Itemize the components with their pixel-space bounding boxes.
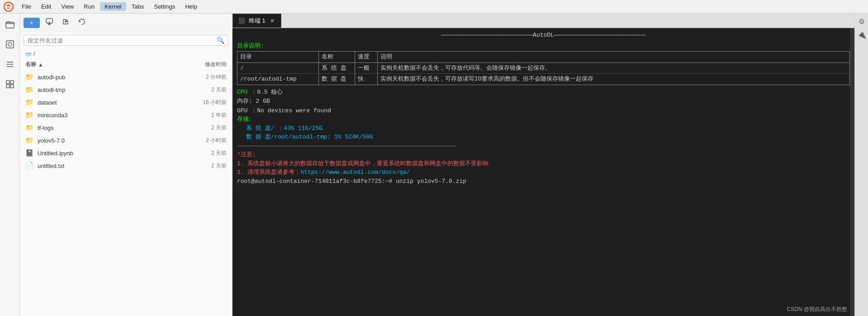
sidebar-icon-upload[interactable] [3, 37, 17, 52]
svg-rect-1 [6, 22, 14, 28]
left-sidebar [0, 14, 20, 316]
directory-table: 目录 名称 速度 说明 / 系 统 盘 一般 实例关机数据不会丢失，可存放代码等… [237, 51, 850, 85]
file-toolbar: + [20, 14, 232, 32]
upload-button[interactable] [43, 16, 56, 29]
folder-icon: 📁 [25, 73, 34, 81]
menu-settings[interactable]: Settings [149, 2, 180, 11]
table-row: /root/autodl-tmp 数 据 盘 快 实例关机数据不会丢失，可存放读… [237, 74, 849, 85]
file-name: Untitled.ipynb [38, 150, 181, 157]
cell-desc-2: 实例关机数据不会丢失，可存放读写IO要求高的数据。但不会随保存镜像一起保存 [378, 74, 849, 85]
list-item[interactable]: 📄 untitled.txt 2 天前 [20, 159, 232, 172]
list-item[interactable]: 📁 miniconda3 2 年前 [20, 109, 232, 121]
list-item[interactable]: 📁 yolov5-7.0 2 小时前 [20, 134, 232, 147]
file-modified: 16 小时前 [181, 99, 227, 106]
svg-rect-9 [6, 85, 9, 88]
cell-speed-2: 快 [355, 74, 378, 85]
list-item[interactable]: 📁 dataset 16 小时前 [20, 96, 232, 109]
sort-icon: ▲ [38, 62, 43, 68]
terminal-scrollbar[interactable] [850, 28, 854, 316]
file-name: yolov5-7.0 [38, 137, 181, 144]
tab-close-button[interactable]: ✕ [269, 18, 275, 24]
text-icon: 📄 [25, 162, 34, 170]
svg-rect-2 [6, 41, 14, 48]
search-bar: 🔍 [24, 35, 228, 46]
menu-kernel[interactable]: Kernel [100, 2, 126, 11]
refresh-button[interactable] [75, 16, 89, 29]
folder-icon [25, 51, 32, 57]
svg-rect-14 [26, 53, 31, 56]
folder-icon: 📁 [25, 124, 34, 132]
warning-link[interactable]: https://www.autodl.com/docs/qa/ [300, 169, 410, 176]
cell-dir-1: / [237, 63, 319, 74]
menu-tabs[interactable]: Tabs [127, 2, 148, 11]
main-layout: + [0, 14, 868, 316]
divider: ————————————————————————————————————————… [237, 142, 850, 151]
cell-name-2: 数 据 盘 [319, 74, 355, 85]
file-modified: 2 分钟前 [181, 73, 227, 81]
file-list: 📁 autodl-pub 2 分钟前 📁 autodl-tmp 2 天前 📁 d… [20, 71, 232, 316]
warning-1: 1. 系统盘较小请将大的数据存放于数据盘或网盘中，重置系统时数据盘和网盘中的数据… [237, 159, 850, 168]
menu-help[interactable]: Help [180, 2, 202, 11]
svg-point-3 [8, 43, 12, 46]
cell-desc-1: 实例关机数据不会丢失，可存放代码等。会随保存镜像一起保存。 [378, 63, 849, 74]
file-name: untitled.txt [38, 163, 181, 169]
svg-rect-7 [6, 81, 9, 84]
mem-line: 内存: 2 GB [237, 97, 850, 106]
menu-run[interactable]: Run [79, 2, 99, 11]
folder-icon: 📁 [25, 98, 34, 106]
file-name: dataset [38, 99, 181, 106]
header-desc: 说明 [378, 52, 849, 62]
prompt-line: root@autodl-container-714011af3c-b8fe772… [237, 177, 850, 186]
upload-file-button[interactable] [59, 16, 72, 29]
file-name: autodl-pub [38, 74, 181, 81]
column-name[interactable]: 名称 ▲ [25, 61, 181, 68]
settings-icon[interactable]: ⚙ [859, 17, 865, 26]
extension-icon[interactable]: 🔌 [857, 30, 866, 39]
list-item[interactable]: 📁 autodl-tmp 2 天前 [20, 83, 232, 96]
search-icon: 🔍 [217, 37, 224, 44]
terminal-window[interactable]: ——————————————————————————AutoDL————————… [232, 28, 854, 316]
menu-edit[interactable]: Edit [37, 2, 56, 11]
list-item[interactable]: 📁 autodl-pub 2 分钟前 [20, 71, 232, 83]
menu-file[interactable]: File [17, 2, 36, 11]
file-panel: + [20, 14, 232, 316]
terminal-content: ——————————————————————————AutoDL————————… [232, 28, 854, 316]
search-input[interactable] [28, 37, 217, 44]
dir-label: 目录说明: [237, 42, 850, 51]
file-modified: 2 年前 [181, 111, 227, 119]
file-name: tf-logs [38, 124, 181, 131]
list-item[interactable]: 📁 tf-logs 2 天前 [20, 121, 232, 134]
folder-icon: 📁 [25, 86, 34, 94]
file-modified: 2 天前 [181, 162, 227, 170]
cpu-line: CPU ：0.5 核心 [237, 88, 850, 97]
breadcrumb-path: / [33, 50, 35, 57]
storage-sys: 系 统 盘/ ：43% 11G/25G [246, 124, 850, 133]
warning-title: *注意: [237, 150, 850, 159]
table-row: / 系 统 盘 一般 实例关机数据不会丢失，可存放代码等。会随保存镜像一起保存。 [237, 63, 849, 74]
folder-icon: 📁 [25, 111, 34, 119]
file-name: miniconda3 [38, 112, 181, 119]
right-sidebar: ⚙ 🔌 [854, 14, 868, 316]
sidebar-icon-folder[interactable] [3, 17, 17, 32]
file-modified: 2 天前 [181, 86, 227, 94]
cell-dir-2: /root/autodl-tmp [237, 74, 319, 85]
sidebar-icon-list[interactable] [3, 57, 17, 72]
cell-speed-1: 一般 [355, 63, 378, 74]
header-name: 名称 [319, 52, 355, 62]
notebook-icon: 📓 [25, 149, 34, 157]
terminal-tabs: ⬛ 终端 1 ✕ [232, 14, 854, 28]
menu-view[interactable]: View [57, 2, 78, 11]
terminal-icon: ⬛ [238, 18, 245, 24]
tab-label: 终端 1 [249, 17, 266, 25]
sidebar-icon-puzzle[interactable] [3, 77, 17, 91]
breadcrumb: / [20, 48, 232, 59]
terminal-tab-1[interactable]: ⬛ 终端 1 ✕ [232, 14, 281, 28]
list-item[interactable]: 📓 Untitled.ipynb 2 天前 [20, 147, 232, 159]
menu-bar: File Edit View Run Kernel Tabs Settings … [0, 0, 868, 14]
autodl-banner: ——————————————————————————AutoDL————————… [237, 31, 850, 40]
file-modified: 2 天前 [181, 149, 227, 157]
file-name: autodl-tmp [38, 86, 181, 93]
new-button[interactable]: + [24, 18, 40, 28]
file-list-header: 名称 ▲ 修改时间 [20, 59, 232, 71]
file-modified: 2 天前 [181, 124, 227, 132]
